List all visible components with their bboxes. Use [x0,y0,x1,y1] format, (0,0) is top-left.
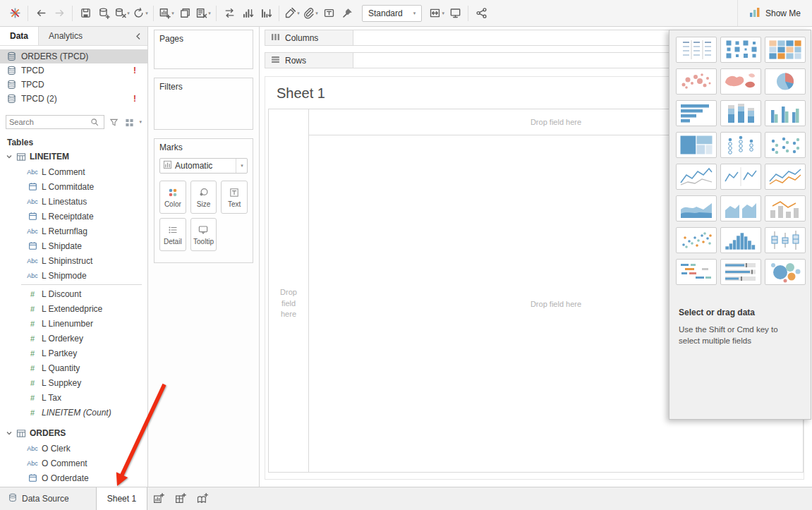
showme-dual-lines[interactable] [765,164,806,190]
pause-auto-updates-button[interactable]: ▾ [113,4,131,23]
showme-stacked-bars[interactable] [720,100,761,126]
view-size-dropdown[interactable]: Standard▾ [362,5,422,22]
showme-bullet-graph[interactable] [720,259,761,285]
marks-button-tooltip[interactable]: Tooltip [190,218,217,251]
share-button[interactable] [472,4,490,23]
drop-zone-left[interactable]: Drop field here [269,135,309,472]
datasource-item[interactable]: TPCD [0,78,147,92]
datasource-item[interactable]: TPCD (2)! [0,92,147,106]
sheet-tab-sheet1[interactable]: Sheet 1 [96,487,147,510]
discrete-area-icon [723,198,758,219]
showme-side-by-side-bars[interactable] [765,100,806,126]
new-story-button[interactable] [191,487,213,510]
marks-button-color[interactable]: Color [159,181,186,214]
showme-highlight-table[interactable] [765,37,806,63]
show-me-button[interactable]: Show Me [737,0,812,26]
field-item[interactable]: L Receiptdate [0,209,147,224]
new-dashboard-button[interactable] [169,487,191,510]
field-item[interactable]: #L Suppkey [0,375,147,390]
showme-side-by-side-circles[interactable] [765,132,806,158]
tableau-logo-button[interactable] [6,4,24,23]
field-item[interactable]: #L Extendedprice [0,301,147,316]
collapse-panel-button[interactable] [129,27,147,45]
sort-descending-button[interactable] [257,4,275,23]
showme-discrete-area[interactable] [720,195,761,221]
duplicate-button[interactable] [176,4,194,23]
field-item[interactable]: #L Linenumber [0,316,147,331]
field-item[interactable]: #LINEITEM (Count) [0,405,147,420]
tab-analytics[interactable]: Analytics [39,27,92,45]
showme-heat-map[interactable] [720,37,761,63]
fix-axes-button[interactable] [338,4,356,23]
filter-icon[interactable] [107,115,120,129]
showme-text-table[interactable] [676,37,717,63]
showme-packed-bubbles[interactable] [765,259,806,285]
field-item[interactable]: AbcL Shipmode [0,268,147,283]
field-item[interactable]: AbcO Clerk [0,441,147,456]
showme-treemap[interactable] [676,132,717,158]
new-data-source-button[interactable] [95,4,113,23]
field-item[interactable]: L Commitdate [0,179,147,194]
field-item[interactable]: #L Quantity [0,360,147,375]
field-item[interactable]: #L Orderkey [0,331,147,346]
showme-gantt[interactable] [676,259,717,285]
showme-histogram[interactable] [720,227,761,253]
marks-button-detail[interactable]: Detail [159,218,186,251]
save-icon [80,7,92,19]
new-worksheet-button[interactable]: ▾ [157,4,176,23]
showme-scatter-plot[interactable] [676,227,717,253]
swap-rows-columns-button[interactable] [220,4,238,23]
tab-data[interactable]: Data [0,27,39,45]
show-mark-labels-button[interactable] [320,4,338,23]
field-item[interactable]: AbcL Returnflag [0,224,147,238]
field-item[interactable]: AbcL Shipinstruct [0,253,147,268]
new-worksheet-button[interactable] [147,487,169,510]
field-item[interactable]: AbcL Comment [0,164,147,179]
datasource-item[interactable]: TPCD! [0,63,147,78]
fit-button[interactable]: ▾ [428,4,446,23]
table-header-orders[interactable]: ORDERS [0,425,147,441]
marks-button-text[interactable]: Text [221,181,248,214]
showme-discrete-lines[interactable] [720,164,761,190]
save-button[interactable] [76,4,95,23]
clear-sheet-button[interactable]: ▾ [194,4,212,23]
mark-type-dropdown[interactable]: Automatic ▾ [159,158,248,174]
chevron-down-icon[interactable]: ▾ [236,159,247,173]
showme-pie-chart[interactable] [765,68,806,95]
datasource-label: TPCD [21,80,140,90]
showme-horizontal-bars[interactable] [676,100,717,126]
pages-shelf[interactable]: Pages [154,30,253,69]
run-auto-updates-button[interactable]: ▾ [131,4,150,23]
showme-box-and-whisker[interactable] [765,227,806,253]
group-members-button[interactable]: ▾ [301,4,320,23]
presentation-mode-button[interactable] [446,4,464,23]
chevron-down-icon: ▾ [297,11,300,16]
showme-symbol-map[interactable] [676,68,717,95]
showme-continuous-lines[interactable] [676,164,717,190]
drop-hint-top: Drop field here [531,118,581,126]
data-source-tab[interactable]: Data Source [0,487,78,510]
sort-ascending-button[interactable] [238,4,257,23]
showme-dual-combination[interactable] [765,195,806,221]
field-item[interactable]: #L Tax [0,390,147,405]
chevron-down-icon[interactable]: ▾ [139,119,142,125]
showme-circle-views[interactable] [720,132,761,158]
field-item[interactable]: AbcO Comment [0,456,147,470]
filters-shelf[interactable]: Filters [154,78,253,130]
table-header-lineitem[interactable]: LINEITEM [0,149,147,164]
field-item[interactable]: #L Partkey [0,346,147,360]
showme-continuous-area[interactable] [676,195,717,221]
field-item[interactable]: O Orderdate [0,470,147,485]
field-item[interactable]: #L Discount [0,286,147,301]
field-item[interactable]: AbcL Linestatus [0,194,147,209]
view-options-icon[interactable] [123,115,135,129]
redo-button[interactable] [50,4,68,23]
undo-button[interactable] [32,4,50,23]
showme-filled-map[interactable] [720,68,761,95]
highlight-button[interactable]: ▾ [283,4,301,23]
marks-button-size[interactable]: Size [190,181,217,214]
search-input[interactable] [9,118,88,126]
field-item[interactable]: L Shipdate [0,238,147,253]
datasource-item[interactable]: ORDERS (TPCD) [0,49,147,63]
field-label: L Discount [42,289,81,299]
